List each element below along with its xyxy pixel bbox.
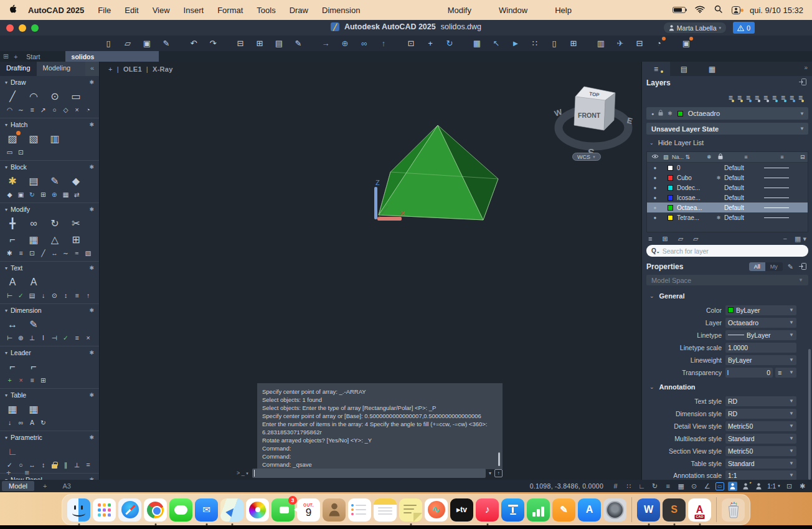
- command-input[interactable]: [252, 469, 486, 478]
- grid-display-icon[interactable]: #: [611, 482, 620, 491]
- leader-collect-tool-icon[interactable]: ⊞: [39, 376, 48, 385]
- edit-spline-tool-icon[interactable]: ≈: [72, 249, 82, 258]
- leader-remove-tool-icon[interactable]: ×: [16, 376, 26, 385]
- menu-item-format[interactable]: Format: [217, 6, 243, 15]
- multiline-tool-icon[interactable]: ≡: [27, 105, 37, 115]
- block-sync-tool-icon[interactable]: ↻: [27, 190, 37, 199]
- new-file-icon[interactable]: ▯: [103, 38, 114, 49]
- leader-add-tool-icon[interactable]: +: [5, 376, 14, 385]
- property-control[interactable]: 1:1▼: [725, 470, 796, 480]
- section-gear-icon[interactable]: ✱: [89, 265, 94, 271]
- dock-numbers-icon[interactable]: [527, 498, 550, 522]
- command-history[interactable]: Specify center point of array: _.-ARRAYS…: [257, 383, 503, 469]
- copy-tool-icon[interactable]: ∞: [26, 216, 41, 231]
- dock-pages-icon[interactable]: ✎: [552, 498, 575, 522]
- section-gear-icon[interactable]: ✱: [89, 434, 94, 441]
- menu-item-autocad-2025[interactable]: AutoCAD 2025: [28, 6, 84, 15]
- layer-color-swatch[interactable]: [668, 165, 673, 171]
- ellipse-tool-icon[interactable]: ○: [50, 105, 59, 115]
- dock-word-icon[interactable]: W: [637, 498, 660, 522]
- layer-on-icon[interactable]: ●: [647, 195, 663, 201]
- sheet-sets-tab[interactable]: ▤: [670, 62, 698, 76]
- property-control[interactable]: ByLayer▼: [725, 355, 796, 365]
- notification-badge[interactable]: 0: [733, 22, 755, 34]
- edit-sheet-icon[interactable]: ✎: [293, 38, 304, 49]
- section-gear-icon[interactable]: ✱: [89, 79, 94, 85]
- property-control[interactable]: Standard▼: [725, 434, 796, 444]
- print-add-icon[interactable]: ⊞: [254, 38, 265, 49]
- dock-stickies-icon[interactable]: [399, 498, 422, 522]
- dock-safari-icon[interactable]: [118, 498, 141, 522]
- dock-sublime-text-icon[interactable]: S: [663, 498, 686, 522]
- block-edit-tool-icon[interactable]: ✎: [47, 174, 62, 189]
- battery-icon[interactable]: [673, 7, 686, 13]
- command-prompt-label[interactable]: > _ ▾: [237, 470, 248, 476]
- section-gear-icon[interactable]: ✱: [89, 392, 94, 398]
- boundary-tool-icon[interactable]: ▭: [5, 148, 14, 157]
- window-grid-icon[interactable]: ⊞: [3, 52, 9, 60]
- dock-app-store-icon[interactable]: A: [578, 498, 601, 522]
- layer-row-dodec[interactable]: ●Dodec...Default: [647, 183, 808, 193]
- scale-tool-icon[interactable]: ⊡: [27, 249, 37, 258]
- edit-polyline-tool-icon[interactable]: ∼: [61, 249, 70, 258]
- arc-3pt-tool-icon[interactable]: ◠: [5, 105, 14, 115]
- object-snap-icon[interactable]: ⊙: [689, 482, 699, 491]
- table-export-tool-icon[interactable]: ↓: [5, 418, 14, 427]
- annotation-autoscale-icon[interactable]: ✦: [741, 482, 750, 491]
- section-collapse-icon[interactable]: ▾: [5, 207, 7, 212]
- layer-on-icon[interactable]: ●: [647, 175, 663, 181]
- rectangle-tool-icon[interactable]: ▭: [68, 89, 83, 104]
- dim-linear-tool-icon[interactable]: ↔: [5, 317, 20, 332]
- layer-color-swatch[interactable]: [668, 195, 673, 201]
- workspace-switching-icon[interactable]: ⊡: [785, 482, 794, 491]
- text-justify-tool-icon[interactable]: ≡: [72, 291, 82, 300]
- property-control[interactable]: ByLayer▼: [725, 305, 796, 315]
- dropdown-caret[interactable]: ▼: [789, 472, 794, 478]
- dock-finder-icon[interactable]: [67, 498, 90, 522]
- columns-icon[interactable]: ▦ ▾: [795, 235, 806, 243]
- menu-item-dimension[interactable]: Dimension: [322, 6, 360, 15]
- revision-cloud-tool-icon[interactable]: ◔: [83, 105, 93, 115]
- layer-tool-icon-3[interactable]: ≡: [746, 93, 750, 102]
- property-control[interactable]: Metric50▼: [725, 446, 796, 456]
- select-blue-icon[interactable]: ↖: [491, 38, 502, 49]
- move-tool-icon[interactable]: ╋: [5, 216, 20, 231]
- dock-system-settings-icon[interactable]: [603, 498, 626, 522]
- current-layer-selector[interactable]: ● ✱ Octaeadro ▼: [646, 107, 808, 120]
- attr-multiple-tool-icon[interactable]: ▦: [61, 190, 70, 199]
- offset-tool-icon[interactable]: ≡: [16, 249, 26, 258]
- dim-quick-tool-icon[interactable]: ✎: [26, 317, 41, 332]
- perpendicular-tool-icon[interactable]: ⊥: [72, 460, 82, 470]
- menu-item-window[interactable]: Window: [499, 6, 527, 15]
- layer-on-icon[interactable]: ●: [647, 215, 663, 221]
- properties-scrollbar[interactable]: [808, 349, 811, 480]
- collapse-palette-button[interactable]: «: [85, 62, 99, 76]
- layer-on-icon[interactable]: ●: [647, 205, 663, 211]
- pdf-export-tool-icon[interactable]: ↓: [39, 291, 48, 300]
- dock-keynote-icon[interactable]: [501, 498, 524, 522]
- arc-tool-icon[interactable]: ◠: [26, 89, 41, 104]
- orbit-icon[interactable]: ↻: [444, 38, 455, 49]
- tab-modeling[interactable]: Modeling: [37, 62, 77, 76]
- layer-tool-icon-6[interactable]: ≡: [772, 93, 777, 102]
- wifi-icon[interactable]: [695, 6, 705, 15]
- block-base-tool-icon[interactable]: ⊞: [39, 190, 48, 199]
- export-icon[interactable]: ↑: [378, 38, 389, 49]
- block-replace-tool-icon[interactable]: ⇄: [72, 190, 82, 199]
- space-selector[interactable]: Model Space▼: [646, 275, 808, 285]
- dock-notes-icon[interactable]: [374, 498, 397, 522]
- mirror-tool-icon[interactable]: △: [47, 232, 62, 247]
- dim-radius-tool-icon[interactable]: ⊕: [16, 333, 26, 343]
- layout-tab-model[interactable]: Model: [2, 481, 34, 491]
- text-frame-tool-icon[interactable]: ▤: [27, 291, 37, 300]
- fillet-tool-icon[interactable]: ⌐: [5, 232, 20, 247]
- dim-baseline-tool-icon[interactable]: ⊢: [5, 333, 14, 343]
- cloud-share-icon[interactable]: ◔: [653, 38, 664, 49]
- section-collapse-icon[interactable]: ▾: [5, 265, 7, 271]
- layer-tool-icon-7[interactable]: ≡: [781, 93, 785, 102]
- layer-state-selector[interactable]: Unsaved Layer State ▼: [646, 123, 808, 135]
- property-control[interactable]: RD▼: [725, 409, 796, 419]
- menu-item-insert[interactable]: Insert: [184, 6, 204, 15]
- dock-apple-tv-icon[interactable]: ▸tv: [450, 498, 473, 522]
- menu-item-draw[interactable]: Draw: [290, 6, 308, 15]
